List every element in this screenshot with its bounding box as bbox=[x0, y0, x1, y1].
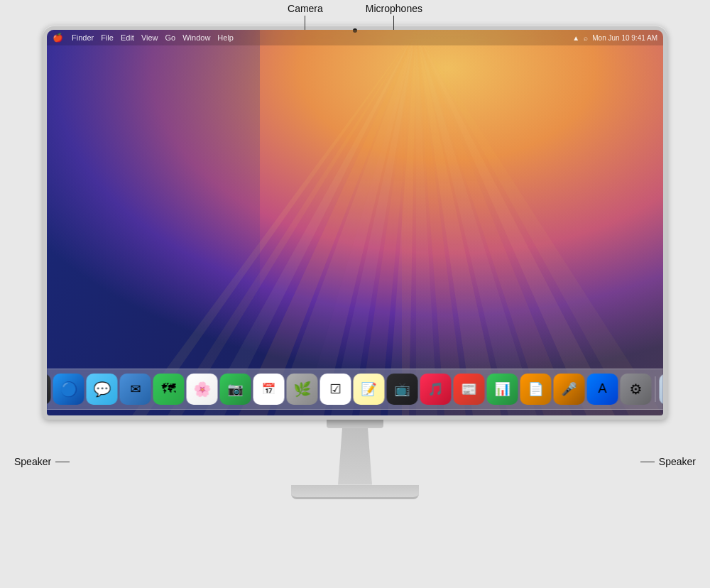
dock-numbers[interactable]: 📊 bbox=[487, 374, 518, 405]
speaker-right-label: Speaker bbox=[640, 456, 696, 467]
dock: 🔵 ⬛ 🔵 💬 ✉ 🗺 🌸 📷 📅 🌿 ☑ bbox=[47, 369, 663, 410]
camera-label-item: Camera bbox=[288, 3, 323, 30]
dock-mail[interactable]: ✉ bbox=[120, 374, 151, 405]
camera-label: Camera bbox=[288, 3, 323, 14]
dock-music[interactable]: 🎵 bbox=[420, 374, 452, 405]
speaker-left-text: Speaker bbox=[14, 456, 51, 467]
dock-appstore[interactable]: A bbox=[587, 374, 618, 405]
dock-notes[interactable]: 📝 bbox=[354, 374, 385, 405]
stand-base bbox=[291, 485, 419, 499]
wallpaper-svg bbox=[47, 30, 663, 415]
svg-rect-18 bbox=[402, 30, 663, 415]
dock-separator bbox=[655, 376, 656, 402]
monitor-wrapper: 🍎 Finder File Edit View Go Window Help ▲… bbox=[43, 26, 667, 499]
top-labels: Camera Microphones bbox=[0, 0, 710, 36]
dock-systemprefs[interactable]: ⚙ bbox=[621, 374, 652, 405]
dock-calendar[interactable]: 📅 bbox=[253, 374, 285, 405]
microphones-label-line bbox=[393, 16, 394, 30]
camera-label-line bbox=[305, 16, 305, 30]
svg-rect-17 bbox=[47, 30, 260, 415]
dock-launchpad[interactable]: ⬛ bbox=[47, 374, 51, 405]
dock-maps[interactable]: 🗺 bbox=[153, 374, 185, 405]
dock-folder[interactable]: 🗂 bbox=[660, 374, 664, 405]
screen: 🍎 Finder File Edit View Go Window Help ▲… bbox=[47, 30, 663, 415]
dock-news[interactable]: 📰 bbox=[454, 374, 485, 405]
speaker-left-label: Speaker bbox=[14, 456, 70, 467]
speaker-right-line bbox=[640, 462, 655, 462]
dock-facetime[interactable]: 📷 bbox=[220, 374, 251, 405]
dock-reminders[interactable]: ☑ bbox=[320, 374, 351, 405]
microphones-label-item: Microphones bbox=[366, 3, 422, 30]
dock-keynote[interactable]: 🎤 bbox=[554, 374, 585, 405]
microphones-label: Microphones bbox=[366, 3, 422, 14]
speaker-right-text: Speaker bbox=[659, 456, 696, 467]
dock-tv[interactable]: 📺 bbox=[387, 374, 418, 405]
dock-pages[interactable]: 📄 bbox=[520, 374, 552, 405]
dock-messages[interactable]: 💬 bbox=[87, 374, 118, 405]
stand-neck bbox=[334, 428, 376, 485]
stand-connector bbox=[327, 420, 383, 428]
dock-contacts[interactable]: 🌿 bbox=[287, 374, 318, 405]
speaker-left-line bbox=[55, 462, 70, 462]
dock-safari[interactable]: 🔵 bbox=[53, 374, 84, 405]
monitor-frame: 🍎 Finder File Edit View Go Window Help ▲… bbox=[43, 26, 667, 420]
dock-photos[interactable]: 🌸 bbox=[187, 374, 218, 405]
